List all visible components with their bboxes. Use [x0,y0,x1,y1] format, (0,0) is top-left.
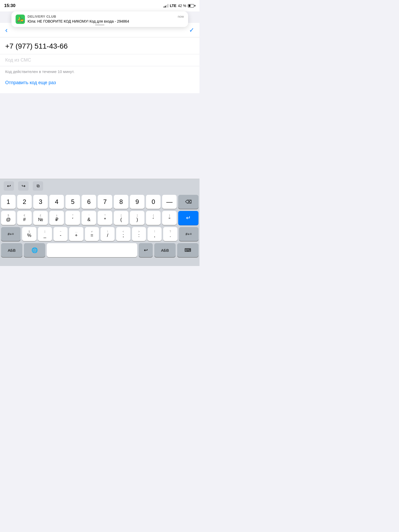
key-globe[interactable]: 🌐 [24,243,45,257]
key-8[interactable]: 8 [114,195,128,209]
key-asterisk[interactable]: ^* [98,211,112,225]
enter-key[interactable]: ↵ [178,211,198,225]
empty-area [0,93,200,182]
key-space[interactable] [47,243,137,257]
key-arrow-left[interactable]: ↩ [139,243,153,257]
status-icons: LTE 42 % [164,4,195,8]
key-9[interactable]: 9 [130,195,144,209]
paste-icon: ⧉ [37,184,39,188]
paste-button[interactable]: ⧉ [33,181,43,191]
key-underscore[interactable]: |_ [38,227,52,241]
resend-section[interactable]: Отправить код еще раз [0,79,200,93]
helper-text: Код действителен в течение 10 минут. [5,69,194,74]
helper-text-section: Код действителен в течение 10 минут. [0,66,200,79]
key-2[interactable]: 2 [17,195,32,209]
confirm-button[interactable]: ✓ [189,26,194,34]
key-mode-left[interactable]: #+= [1,227,21,241]
keyboard-row-symbols2: #+= §% |_ ~- …+ ≠= \/ <; >: !, ?. #+= [1,227,198,241]
key-ampersand[interactable]: ʻ& [82,211,96,225]
key-0[interactable]: 0 [146,195,161,209]
phone-number: +7 (977) 511-43-66 [5,42,68,50]
notification-app-icon: 🛵 [16,15,25,24]
keyboard-row-symbols1: $@ €# £№ ±₽ *ʼ ʻ& ^* [( ]) {ʻ }" ↵ [1,211,198,225]
key-comma-q[interactable]: {ʻ [146,211,161,225]
sms-input-section[interactable] [0,54,200,66]
key-lang-switch-right[interactable]: АБВ [154,243,176,257]
key-question[interactable]: ?. [163,227,177,241]
key-colon[interactable]: >: [132,227,146,241]
phone-number-section: +7 (977) 511-43-66 [0,37,200,54]
undo-icon: ↩ [7,183,11,189]
undo-button[interactable]: ↩ [4,181,14,191]
key-at[interactable]: $@ [1,211,16,225]
key-dquote[interactable]: }" [162,211,177,225]
sms-code-input[interactable] [5,57,194,63]
notification-message: Юла: НЕ ГОВОРИТЕ КОД НИКОМУ! Код для вхо… [28,19,175,24]
key-plus[interactable]: …+ [69,227,83,241]
key-hash[interactable]: €# [17,211,32,225]
key-openparen[interactable]: [( [114,211,128,225]
key-lang-switch[interactable]: АБВ [1,243,22,257]
resend-link[interactable]: Отправить код еще раз [5,80,56,85]
keyboard: 1 2 3 4 5 6 7 8 9 0 — ⌫ $@ €# £№ ±₽ *ʼ ʻ… [0,193,200,266]
redo-icon: ↪ [22,183,25,189]
key-ruble[interactable]: ±₽ [49,211,64,225]
key-4[interactable]: 4 [49,195,64,209]
notification-app-name: DELIVERY CLUB [28,15,175,18]
notification-banner[interactable]: 🛵 DELIVERY CLUB Юла: НЕ ГОВОРИТЕ КОД НИК… [11,11,188,27]
key-slash[interactable]: \/ [101,227,115,241]
status-bar: 15:30 LTE 42 % [0,0,200,11]
key-5[interactable]: 5 [65,195,80,209]
key-mode-right[interactable]: #+= [179,227,198,241]
redo-button[interactable]: ↪ [18,181,29,191]
notification-drag-handle [95,24,104,25]
battery-icon [188,4,195,8]
battery-percent: 42 % [178,4,186,8]
key-exclaim[interactable]: !, [148,227,162,241]
key-6[interactable]: 6 [82,195,96,209]
key-equals[interactable]: ≠= [85,227,99,241]
keyboard-toolbar: ↩ ↪ ⧉ [0,179,200,193]
key-quote[interactable]: *ʼ [65,211,80,225]
keyboard-row-bottom: АБВ 🌐 ↩ АБВ ⌨ [1,243,198,257]
notification-time: now [178,15,184,18]
keyboard-row-numbers: 1 2 3 4 5 6 7 8 9 0 — ⌫ [1,195,198,209]
key-minus[interactable]: ~- [54,227,68,241]
key-3[interactable]: 3 [33,195,48,209]
delete-key[interactable]: ⌫ [178,195,198,209]
key-no[interactable]: £№ [33,211,48,225]
key-percent[interactable]: §% [22,227,36,241]
back-button[interactable]: ‹ [5,26,8,34]
signal-bars-icon [164,4,168,8]
status-time: 15:30 [4,3,15,8]
key-semicolon[interactable]: <; [116,227,130,241]
notification-content: DELIVERY CLUB Юла: НЕ ГОВОРИТЕ КОД НИКОМ… [28,15,175,24]
key-closeparen[interactable]: ]) [130,211,144,225]
key-keyboard-dismiss[interactable]: ⌨ [177,243,198,257]
key-1[interactable]: 1 [1,195,16,209]
lte-label: LTE [170,4,176,8]
key-dash[interactable]: — [162,195,177,209]
key-7[interactable]: 7 [98,195,112,209]
